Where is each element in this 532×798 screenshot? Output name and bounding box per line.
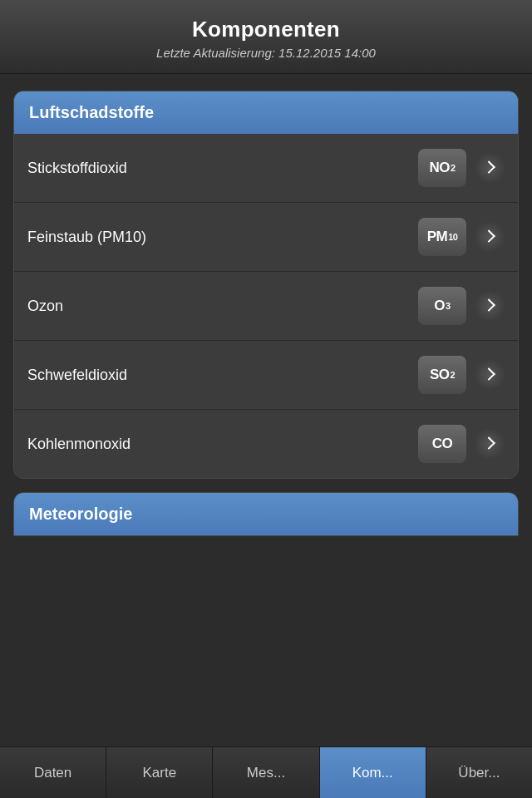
feinstaub-right: PM10: [418, 218, 505, 256]
tab-daten[interactable]: Daten: [0, 747, 106, 798]
kohlenmonoxid-badge: CO: [418, 425, 466, 463]
ozon-badge: O3: [418, 287, 466, 325]
feinstaub-chevron[interactable]: [475, 222, 505, 252]
schwefeldioxid-right: SO2: [418, 356, 505, 394]
tab-ueber[interactable]: Über...: [426, 747, 532, 798]
stickstoffdioxid-label: Stickstoffdioxid: [27, 160, 418, 177]
ozon-row[interactable]: Ozon O3: [14, 272, 518, 341]
ozon-label: Ozon: [27, 298, 418, 315]
luftschadstoffe-title: Luftschadstoffe: [29, 103, 154, 121]
tab-bar: Daten Karte Mes... Kom... Über...: [0, 746, 532, 798]
meteorologie-header: Meteorologie: [14, 493, 518, 535]
header: Komponenten Letzte Aktualisierung: 15.12…: [0, 0, 532, 74]
kohlenmonoxid-right: CO: [418, 425, 505, 463]
meteorologie-title: Meteorologie: [29, 505, 132, 523]
meteorologie-section: Meteorologie: [13, 492, 519, 536]
kohlenmonoxid-row[interactable]: Kohlenmonoxid CO: [14, 410, 518, 478]
tab-mes[interactable]: Mes...: [213, 747, 319, 798]
content-area: Luftschadstoffe Stickstoffdioxid NO2 Fei…: [0, 74, 532, 746]
ozon-right: O3: [418, 287, 505, 325]
ozon-chevron[interactable]: [475, 291, 505, 321]
stickstoffdioxid-right: NO2: [418, 149, 505, 187]
luftschadstoffe-header: Luftschadstoffe: [14, 91, 518, 134]
stickstoffdioxid-chevron[interactable]: [475, 153, 505, 183]
schwefeldioxid-chevron[interactable]: [475, 360, 505, 390]
schwefeldioxid-label: Schwefeldioxid: [27, 367, 418, 384]
feinstaub-row[interactable]: Feinstaub (PM10) PM10: [14, 203, 518, 272]
schwefeldioxid-row[interactable]: Schwefeldioxid SO2: [14, 341, 518, 410]
feinstaub-badge: PM10: [418, 218, 466, 256]
kohlenmonoxid-label: Kohlenmonoxid: [27, 436, 418, 453]
tab-karte[interactable]: Karte: [106, 747, 213, 798]
feinstaub-label: Feinstaub (PM10): [27, 229, 418, 246]
last-update: Letzte Aktualisierung: 15.12.2015 14:00: [8, 46, 524, 60]
stickstoffdioxid-row[interactable]: Stickstoffdioxid NO2: [14, 134, 518, 203]
schwefeldioxid-badge: SO2: [418, 356, 466, 394]
page-title: Komponenten: [8, 17, 524, 42]
kohlenmonoxid-chevron[interactable]: [475, 429, 505, 459]
stickstoffdioxid-badge: NO2: [418, 149, 466, 187]
tab-kom[interactable]: Kom...: [320, 747, 426, 798]
luftschadstoffe-section: Luftschadstoffe Stickstoffdioxid NO2 Fei…: [13, 91, 519, 479]
